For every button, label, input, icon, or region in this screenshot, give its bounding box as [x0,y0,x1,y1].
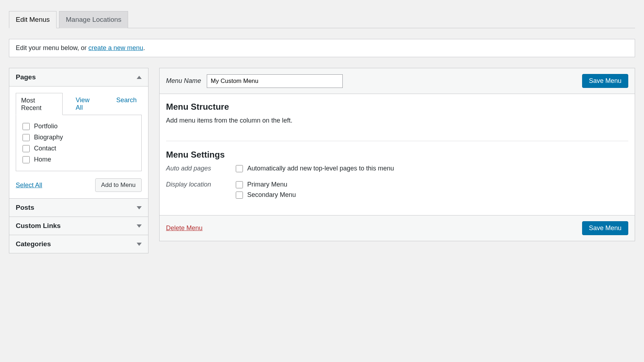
create-new-menu-link[interactable]: create a new menu [88,44,143,51]
menu-name-label: Menu Name [166,77,201,85]
collapse-icon [137,76,142,79]
tab-manage-locations[interactable]: Manage Locations [59,11,128,28]
metabox-pages: Pages Most Recent View All Search Portfo… [9,68,148,199]
page-item-home[interactable]: Home [23,154,135,165]
location-primary[interactable]: Primary Menu [236,181,296,188]
display-location-row: Display location Primary Menu Secondary … [166,181,628,202]
menu-structure-title: Menu Structure [166,102,628,112]
auto-add-label: Auto add pages [166,165,236,175]
auto-add-row: Auto add pages Automatically add new top… [166,165,628,175]
pages-subtabs: Most Recent View All Search [16,93,142,115]
info-suffix: . [143,44,145,51]
page-label: Contact [34,145,56,152]
pages-checklist: Portfolio Biography Contact Home [16,115,142,171]
page-label: Biography [34,134,63,141]
menu-name-input[interactable] [207,74,343,88]
auto-add-checkbox[interactable] [236,165,243,172]
page-checkbox-home[interactable] [23,156,30,163]
menu-edit-panel: Menu Name Save Menu Menu Structure Add m… [159,68,635,241]
subtab-search[interactable]: Search [111,93,142,115]
location-secondary-text: Secondary Menu [247,191,296,199]
metabox-posts: Posts [9,199,148,217]
info-prefix: Edit your menu below, or [16,44,88,51]
save-menu-button-top[interactable]: Save Menu [582,74,628,88]
metabox-custom-links-title: Custom Links [16,222,61,230]
expand-icon [137,224,142,228]
add-to-menu-button[interactable]: Add to Menu [95,178,142,192]
menu-structure-desc: Add menu items from the column on the le… [166,117,628,124]
location-primary-text: Primary Menu [247,181,287,188]
page-label: Portfolio [34,123,58,130]
page-checkbox-contact[interactable] [23,145,30,152]
nav-tabs: Edit Menus Manage Locations [9,11,635,28]
metabox-custom-links-header[interactable]: Custom Links [9,217,148,235]
subtab-most-recent[interactable]: Most Recent [16,93,63,115]
auto-add-text: Automatically add new top-level pages to… [247,165,394,172]
location-secondary-checkbox[interactable] [236,192,243,199]
save-menu-button-bottom[interactable]: Save Menu [582,221,628,235]
metabox-posts-header[interactable]: Posts [9,199,148,217]
subtab-view-all[interactable]: View All [71,93,103,115]
location-secondary[interactable]: Secondary Menu [236,191,296,199]
metabox-posts-title: Posts [16,204,34,212]
expand-icon [137,243,142,246]
select-all-link[interactable]: Select All [16,182,42,189]
metabox-custom-links: Custom Links [9,217,148,235]
metabox-pages-title: Pages [16,73,36,81]
display-location-label: Display location [166,181,236,202]
delete-menu-link[interactable]: Delete Menu [166,224,203,232]
metabox-categories-title: Categories [16,240,51,248]
auto-add-option[interactable]: Automatically add new top-level pages to… [236,165,394,172]
metabox-pages-header[interactable]: Pages [9,68,148,86]
expand-icon [137,206,142,209]
page-item-portfolio[interactable]: Portfolio [23,121,135,132]
tab-edit-menus[interactable]: Edit Menus [9,11,57,28]
metabox-categories: Categories [9,235,148,253]
menu-settings-title: Menu Settings [166,150,628,160]
page-checkbox-portfolio[interactable] [23,123,30,130]
page-item-contact[interactable]: Contact [23,143,135,154]
menu-header-bar: Menu Name Save Menu [160,68,635,94]
page-label: Home [34,156,51,163]
metabox-categories-header[interactable]: Categories [9,235,148,253]
divider [166,141,628,141]
page-item-biography[interactable]: Biography [23,132,135,143]
page-checkbox-biography[interactable] [23,134,30,141]
sidebar: Pages Most Recent View All Search Portfo… [9,68,148,253]
info-bar: Edit your menu below, or create a new me… [9,39,635,57]
main-panel-wrapper: Menu Name Save Menu Menu Structure Add m… [159,68,635,253]
menu-footer-bar: Delete Menu Save Menu [160,215,635,241]
location-primary-checkbox[interactable] [236,181,243,188]
